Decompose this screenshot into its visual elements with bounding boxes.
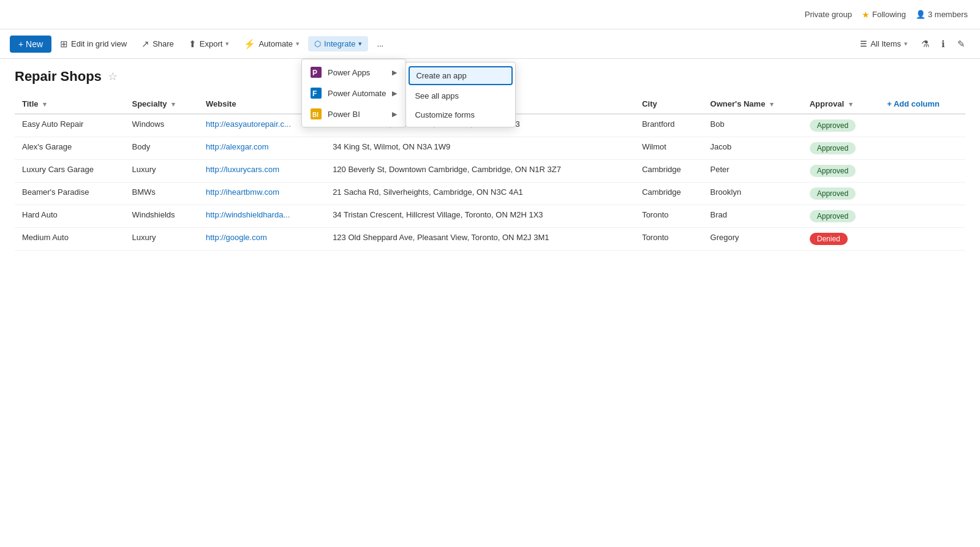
cell-city: Toronto <box>635 205 703 228</box>
power-bi-icon: BI <box>311 108 322 119</box>
cell-website[interactable]: http://iheartbmw.com <box>198 183 325 205</box>
cell-specialty: Windshields <box>125 205 199 228</box>
cell-add-column <box>880 228 965 251</box>
cell-website[interactable]: http://google.com <box>198 228 325 251</box>
cell-city: Cambridge <box>635 183 703 205</box>
cell-approval: Approved <box>802 114 880 137</box>
all-items-button[interactable]: ☰ All Items ▾ <box>854 36 914 51</box>
svg-text:P: P <box>312 69 317 77</box>
cell-city: Wilmot <box>635 137 703 160</box>
col-add[interactable]: + Add column <box>880 94 965 114</box>
specialty-sort-icon: ▾ <box>172 100 175 108</box>
table-row[interactable]: Beamer's Paradise BMWs http://iheartbmw.… <box>15 183 965 205</box>
integrate-dropdown: P Power Apps ▶ Create an app See all app… <box>301 59 406 127</box>
menu-item-power-automate[interactable]: F Power Automate ▶ <box>302 83 405 104</box>
cell-owner: Peter <box>703 160 802 183</box>
website-link[interactable]: http://iheartbmw.com <box>206 187 279 197</box>
cell-approval: Approved <box>802 205 880 228</box>
filter-button[interactable]: ⚗ <box>916 36 934 53</box>
cell-approval: Approved <box>802 183 880 205</box>
power-apps-chevron-icon: ▶ <box>392 69 397 77</box>
cell-specialty: BMWs <box>125 183 199 205</box>
new-button[interactable]: + New <box>10 36 51 53</box>
info-icon: ℹ <box>941 39 945 49</box>
customize-forms-label: Customize forms <box>415 110 475 119</box>
cell-city: Brantford <box>635 114 703 137</box>
website-link[interactable]: http://luxurycars.com <box>206 165 279 174</box>
cell-address: 34 Tristan Crescent, Hillcrest Village, … <box>325 205 635 228</box>
share-icon: ↗ <box>141 39 149 50</box>
cell-website[interactable]: http://windshieldharda... <box>198 205 325 228</box>
cell-website[interactable]: http://luxurycars.com <box>198 160 325 183</box>
website-link[interactable]: http://google.com <box>206 233 267 242</box>
col-city[interactable]: City <box>635 94 703 114</box>
top-bar-right: Private group ★ Following 👤 3 members <box>805 10 968 20</box>
info-button[interactable]: ℹ <box>937 36 950 53</box>
cell-approval: Approved <box>802 137 880 160</box>
cell-owner: Bob <box>703 114 802 137</box>
col-title[interactable]: Title ▾ <box>15 94 125 114</box>
svg-text:BI: BI <box>312 111 318 118</box>
top-bar: Private group ★ Following 👤 3 members <box>0 0 980 29</box>
submenu-see-all-apps[interactable]: See all apps <box>406 86 515 105</box>
see-all-apps-label: See all apps <box>415 91 459 100</box>
approval-badge: Approved <box>810 187 856 200</box>
approval-badge: Approved <box>810 142 856 154</box>
automate-chevron-icon: ▾ <box>296 40 300 48</box>
create-app-label: Create an app <box>416 71 466 80</box>
cell-add-column <box>880 114 965 137</box>
cell-city: Cambridge <box>635 160 703 183</box>
cell-title: Easy Auto Repair <box>15 114 125 137</box>
power-automate-chevron-icon: ▶ <box>392 89 397 97</box>
menu-item-power-apps[interactable]: P Power Apps ▶ Create an app See all app… <box>302 62 405 83</box>
cell-add-column <box>880 160 965 183</box>
table-body: Easy Auto Repair Windows http://easyauto… <box>15 114 965 251</box>
owner-sort-icon: ▾ <box>770 100 774 108</box>
approval-badge: Approved <box>810 210 856 222</box>
submenu-customize-forms[interactable]: Customize forms <box>406 105 515 124</box>
cell-title: Luxury Cars Garage <box>15 160 125 183</box>
col-specialty[interactable]: Specialty ▾ <box>125 94 199 114</box>
export-button[interactable]: ⬆ Export ▾ <box>183 36 236 53</box>
table-row[interactable]: Hard Auto Windshields http://windshieldh… <box>15 205 965 228</box>
cell-add-column <box>880 137 965 160</box>
col-owner[interactable]: Owner's Name ▾ <box>703 94 802 114</box>
approval-badge: Denied <box>810 233 848 245</box>
table-row[interactable]: Medium Auto Luxury http://google.com 123… <box>15 228 965 251</box>
share-button[interactable]: ↗ Share <box>135 36 180 53</box>
menu-item-power-bi[interactable]: BI Power BI ▶ <box>302 104 405 124</box>
automate-button[interactable]: ⚡ Automate ▾ <box>238 36 306 53</box>
col-approval[interactable]: Approval ▾ <box>802 94 880 114</box>
approval-badge: Approved <box>810 165 856 177</box>
more-button[interactable]: ... <box>371 36 390 51</box>
cell-add-column <box>880 183 965 205</box>
cell-title: Beamer's Paradise <box>15 183 125 205</box>
cell-website[interactable]: http://alexgar.com <box>198 137 325 160</box>
page-title-star-icon[interactable]: ☆ <box>108 70 118 83</box>
website-link[interactable]: http://alexgar.com <box>206 142 269 151</box>
cell-city: Toronto <box>635 228 703 251</box>
cell-title: Hard Auto <box>15 205 125 228</box>
approval-badge: Approved <box>810 119 856 132</box>
submenu-create-app[interactable]: Create an app <box>409 66 513 85</box>
integrate-button[interactable]: ⬡ Integrate ▾ <box>308 36 368 51</box>
filter-icon: ⚗ <box>921 39 929 49</box>
website-link[interactable]: http://windshieldharda... <box>206 210 290 219</box>
table-row[interactable]: Alex's Garage Body http://alexgar.com 34… <box>15 137 965 160</box>
power-apps-label: Power Apps <box>328 68 370 77</box>
svg-text:F: F <box>312 89 317 98</box>
cell-title: Medium Auto <box>15 228 125 251</box>
website-link[interactable]: http://easyautorepair.c... <box>206 119 291 129</box>
page-title: Repair Shops <box>15 69 102 85</box>
toolbar-right: ☰ All Items ▾ ⚗ ℹ ✎ <box>854 36 970 53</box>
integrate-chevron-icon: ▾ <box>358 40 362 48</box>
export-icon: ⬆ <box>189 39 197 50</box>
cell-add-column <box>880 205 965 228</box>
edit-grid-button[interactable]: ⊞ Edit in grid view <box>54 36 133 53</box>
cell-specialty: Body <box>125 137 199 160</box>
table-row[interactable]: Luxury Cars Garage Luxury http://luxuryc… <box>15 160 965 183</box>
cell-owner: Brad <box>703 205 802 228</box>
power-apps-icon: P <box>311 67 322 78</box>
private-group-label: Private group <box>805 10 852 19</box>
edit-button[interactable]: ✎ <box>952 36 970 53</box>
